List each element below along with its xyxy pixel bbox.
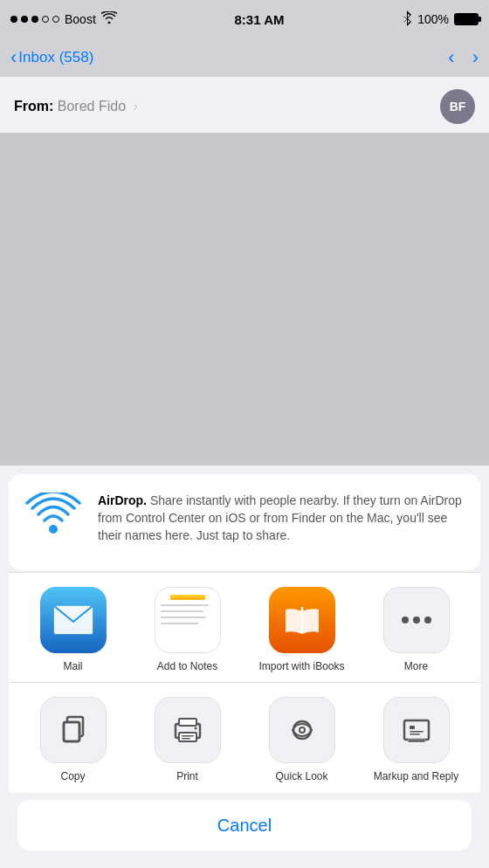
copy-label: Copy (60, 770, 85, 784)
notes-line-1 (161, 604, 210, 606)
svg-rect-4 (64, 722, 79, 741)
signal-dot-4 (42, 16, 49, 23)
airdrop-body: Share instantly with people nearby. If t… (98, 493, 462, 543)
more-dot-2 (413, 617, 420, 623)
share-card: AirDrop. Share instantly with people nea… (0, 465, 489, 868)
svg-rect-17 (410, 731, 424, 733)
mail-app-icon (40, 587, 107, 653)
more-app-icon (383, 587, 450, 653)
share-sheet: AirDrop. Share instantly with people nea… (0, 465, 489, 868)
battery-fill (456, 15, 477, 24)
from-chevron-icon: › (134, 99, 138, 114)
print-icon-wrap (155, 697, 221, 763)
bluetooth-icon (402, 10, 412, 29)
app-row: Mail Add to Notes (9, 587, 480, 674)
svg-rect-10 (182, 738, 190, 740)
more-dot-1 (402, 617, 409, 623)
app-row-section: Mail Add to Notes (9, 572, 480, 683)
action-item-print[interactable]: Print (140, 697, 236, 784)
markup-label: Markup and Reply (374, 770, 458, 784)
svg-rect-16 (410, 726, 415, 729)
notes-top-bar (170, 595, 205, 600)
prev-arrow-icon[interactable]: ‹ (448, 46, 454, 69)
back-button[interactable]: ‹ Inbox (558) (10, 48, 93, 67)
print-label: Print (176, 770, 198, 784)
signal-dot-3 (31, 16, 38, 23)
quicklook-icon (286, 713, 319, 747)
app-item-more[interactable]: More (368, 587, 465, 674)
notes-line-4 (161, 623, 198, 624)
signal-dots (10, 16, 59, 23)
app-item-ibooks[interactable]: Import with iBooks (254, 587, 350, 674)
svg-rect-7 (179, 719, 196, 726)
svg-rect-8 (179, 733, 196, 741)
ibooks-label: Import with iBooks (258, 660, 344, 674)
nav-arrows: ‹ › (448, 46, 479, 69)
action-item-copy[interactable]: Copy (25, 697, 121, 784)
quicklook-icon-wrap (269, 697, 335, 763)
signal-dot-2 (21, 16, 28, 23)
status-time: 8:31 AM (235, 12, 285, 27)
next-arrow-icon[interactable]: › (472, 46, 479, 69)
from-name: Bored Fido (58, 99, 126, 114)
svg-rect-9 (182, 735, 194, 737)
notes-inner (155, 588, 220, 652)
nav-bar: ‹ Inbox (558) ‹ › (0, 38, 489, 77)
airdrop-description: AirDrop. Share instantly with people nea… (98, 492, 466, 545)
more-dots-icon (402, 617, 431, 623)
avatar: BF (440, 89, 475, 124)
status-right: 100% (402, 10, 479, 29)
ibooks-app-icon (269, 587, 335, 653)
svg-rect-18 (410, 734, 420, 735)
status-bar: Boost 8:31 AM 100% (0, 0, 489, 38)
copy-icon-wrap (40, 697, 107, 763)
battery-icon (454, 13, 479, 25)
app-item-mail[interactable]: Mail (25, 587, 121, 674)
notes-line-3 (161, 617, 207, 618)
notes-app-icon (155, 587, 221, 653)
signal-dot-1 (10, 16, 17, 23)
from-label: From: (14, 99, 53, 114)
airdrop-title: AirDrop. (98, 493, 147, 507)
app-item-notes[interactable]: Add to Notes (140, 587, 236, 674)
svg-point-14 (300, 728, 304, 732)
action-item-markup[interactable]: Markup and Reply (368, 697, 465, 784)
quicklook-label: Quick Look (275, 770, 327, 784)
action-row: Copy Print (9, 697, 480, 784)
markup-icon-wrap (383, 697, 450, 763)
status-left: Boost (10, 11, 117, 27)
notes-label: Add to Notes (157, 660, 217, 674)
back-arrow-icon: ‹ (10, 48, 17, 67)
svg-point-0 (49, 525, 58, 534)
airdrop-icon (23, 492, 84, 553)
svg-rect-19 (408, 740, 425, 742)
action-row-section: Copy Print (9, 682, 480, 793)
cancel-button[interactable]: Cancel (17, 800, 472, 851)
notes-line-2 (161, 610, 204, 612)
battery-percent: 100% (417, 12, 449, 26)
svg-point-11 (194, 727, 196, 730)
back-label: Inbox (558) (18, 49, 93, 66)
cancel-label: Cancel (217, 816, 272, 836)
more-label: More (404, 660, 428, 674)
copy-icon (57, 713, 90, 747)
more-dot-3 (424, 617, 431, 623)
airdrop-section: AirDrop. Share instantly with people nea… (9, 474, 480, 570)
print-icon (171, 713, 204, 747)
from-line: From: Bored Fido › (14, 99, 138, 114)
mail-label: Mail (63, 660, 82, 674)
wifi-icon (101, 11, 117, 27)
markup-icon (400, 713, 433, 747)
carrier-label: Boost (65, 12, 96, 26)
svg-rect-15 (404, 720, 429, 740)
email-header: From: Bored Fido › BF (0, 77, 489, 133)
signal-dot-5 (52, 16, 59, 23)
action-item-quicklook[interactable]: Quick Look (254, 697, 350, 784)
